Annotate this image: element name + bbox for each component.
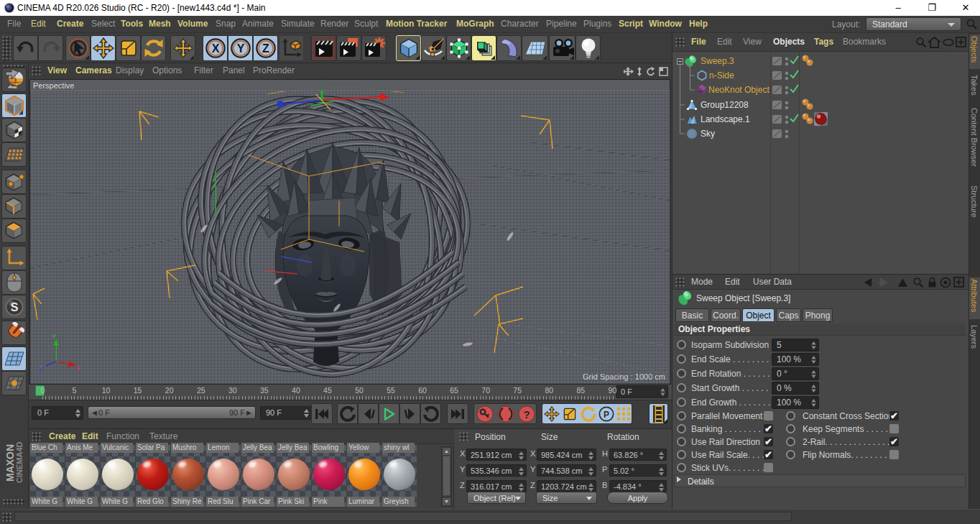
svg-text:Y: Y bbox=[52, 333, 56, 340]
svg-text:Z: Z bbox=[262, 42, 269, 55]
svg-text:Z: Z bbox=[39, 364, 43, 372]
svg-text:X: X bbox=[211, 42, 219, 55]
svg-text:P: P bbox=[604, 410, 609, 420]
svg-text:X: X bbox=[76, 364, 80, 372]
svg-text:?: ? bbox=[523, 408, 530, 420]
svg-text:Y: Y bbox=[236, 42, 244, 55]
